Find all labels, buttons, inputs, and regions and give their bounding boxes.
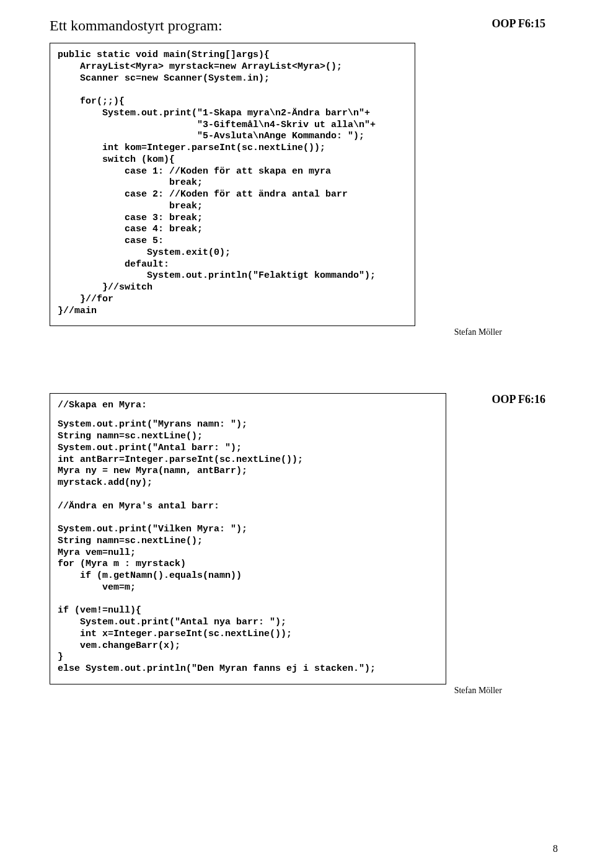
code-block-2: System.out.print("Myrans namn: "); Strin… <box>58 419 438 675</box>
author-name: Stefan Möller <box>50 686 508 696</box>
slide-16: OOP F6:16 //Skapa en Myra: System.out.pr… <box>50 393 545 696</box>
page-number: 8 <box>553 843 558 854</box>
code-comment-head: //Skapa en Myra: <box>58 400 438 410</box>
slide-label: OOP F6:15 <box>492 17 546 30</box>
slide-title: Ett kommandostyrt program: <box>50 17 545 34</box>
author-name: Stefan Möller <box>50 327 508 337</box>
slide-15: OOP F6:15 Ett kommandostyrt program: pub… <box>50 17 545 337</box>
slide-label: OOP F6:16 <box>492 393 546 406</box>
code-box-1: public static void main(String[]args){ A… <box>50 43 415 326</box>
code-block-1: public static void main(String[]args){ A… <box>58 50 407 317</box>
code-box-2: //Skapa en Myra: System.out.print("Myran… <box>50 393 446 684</box>
